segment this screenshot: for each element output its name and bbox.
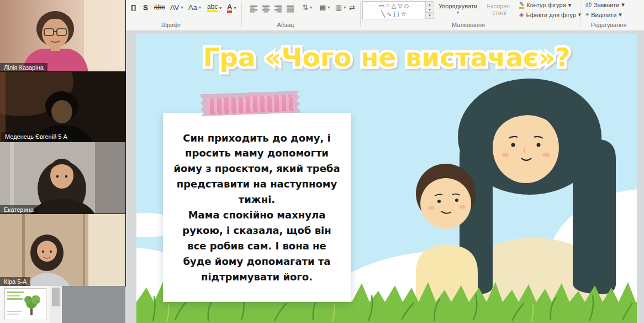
columns-button[interactable]: ▥ ▾ bbox=[335, 3, 346, 12]
presentation-workarea: Гра «Чого не вистачає»? Син приходить до… bbox=[125, 30, 644, 323]
participant-video-yevhenii bbox=[0, 72, 125, 142]
screen: П S abc AV ▾ Aa ▾ abc ▾ A ▾ Шрифт bbox=[0, 0, 644, 323]
align-left-icon bbox=[250, 5, 258, 13]
strikethrough-icon: abc bbox=[154, 3, 165, 11]
align-center-icon bbox=[262, 5, 271, 13]
participant-tile-yevhenii[interactable]: Меденець Євгеній 5 А bbox=[0, 72, 125, 142]
thumbnail-scrollbar-thumb[interactable] bbox=[52, 288, 60, 306]
shapes-row-1: ▭ ○ △ ▽ ◇ bbox=[363, 2, 425, 10]
participant-name: Кіра 5-A bbox=[0, 277, 30, 286]
chevron-down-icon: ▾ bbox=[234, 6, 236, 11]
text-direction-button[interactable]: ⇄ bbox=[349, 3, 355, 12]
shape-effects-label: Ефекти для фігур bbox=[526, 12, 576, 18]
text-shadow-button[interactable]: S bbox=[143, 3, 148, 12]
participant-name: Меденець Євгеній 5 А bbox=[1, 132, 71, 141]
replace-icon: ab bbox=[585, 2, 592, 8]
chevron-down-icon: ▾ bbox=[457, 9, 459, 16]
slide-thumbnail-preview bbox=[5, 289, 46, 320]
replace-button[interactable]: ab Замінити ▾ bbox=[585, 1, 625, 8]
shape-effects-icon: ◈ bbox=[519, 11, 524, 18]
align-center-button[interactable] bbox=[262, 5, 271, 13]
columns-icon: ▥ bbox=[335, 3, 342, 12]
participant-video-liliia bbox=[0, 0, 125, 72]
shape-effects-button[interactable]: ◈ Ефекти для фігур ▾ bbox=[519, 11, 582, 18]
change-case-button[interactable]: Aa ▾ bbox=[188, 3, 201, 12]
underline-button[interactable]: П bbox=[131, 3, 136, 12]
zoom-video-strip: Лілія Казаріна Меденець Євгеній 5 А bbox=[0, 0, 125, 286]
participant-tile-kira[interactable]: Кіра 5-A bbox=[0, 214, 125, 286]
quick-styles-label-line1: Експрес- bbox=[487, 3, 511, 9]
slide-thumbnail-panel bbox=[0, 286, 125, 323]
chevron-down-icon: ▾ bbox=[328, 5, 330, 10]
ribbon-group-paragraph-label: Абзац bbox=[263, 22, 308, 28]
story-card[interactable]: Син приходить до дому, і просить маму до… bbox=[163, 113, 351, 302]
shape-outline-label: Контур фігури bbox=[526, 2, 566, 8]
character-spacing-button[interactable]: AV ▾ bbox=[170, 3, 183, 12]
select-icon: ⌖ bbox=[585, 11, 589, 18]
ribbon-group-drawing-label: Малювання bbox=[441, 22, 496, 28]
arrange-button[interactable]: Упорядкувати ▾ bbox=[435, 3, 481, 16]
align-justify-icon bbox=[286, 5, 295, 13]
chevron-down-icon: ▾ bbox=[310, 5, 312, 10]
shapes-gallery[interactable]: ▭ ○ △ ▽ ◇ ╲ ∿ { } ☆ bbox=[362, 1, 425, 19]
align-left-button[interactable] bbox=[250, 5, 258, 13]
shapes-gallery-more-button[interactable]: ▾ bbox=[425, 12, 434, 19]
text-shadow-icon: S bbox=[143, 3, 148, 12]
character-spacing-icon: AV bbox=[170, 3, 179, 12]
participant-tile-liliia[interactable]: Лілія Казаріна bbox=[0, 0, 125, 72]
up-arrow-icon: ▴ bbox=[429, 2, 431, 6]
slide-canvas[interactable]: Гра «Чого не вистачає»? Син приходить до… bbox=[136, 34, 637, 323]
participant-video-ekaterina bbox=[0, 142, 125, 214]
change-case-icon: Aa bbox=[188, 3, 197, 12]
quick-styles-label-line2: стилі bbox=[492, 9, 506, 16]
slide-thumbnail[interactable] bbox=[4, 288, 46, 320]
chevron-down-icon: ▾ bbox=[621, 1, 625, 8]
replace-label: Замінити bbox=[594, 2, 619, 8]
text-direction-icon: ⇄ bbox=[349, 3, 355, 12]
thumbnail-scrollbar[interactable] bbox=[50, 286, 62, 323]
group-separator bbox=[360, 2, 361, 27]
chevron-down-icon: ▾ bbox=[619, 11, 622, 18]
chevron-down-icon: ▾ bbox=[568, 2, 572, 9]
line-spacing-icon: ⇅ bbox=[302, 3, 308, 12]
line-spacing-button[interactable]: ⇅ ▾ bbox=[302, 3, 312, 12]
shapes-row-2: ╲ ∿ { } ☆ bbox=[363, 10, 425, 18]
chevron-down-icon: ▾ bbox=[181, 5, 183, 10]
down-arrow-icon: ▾ bbox=[429, 8, 431, 12]
select-button[interactable]: ⌖ Виділити ▾ bbox=[585, 11, 622, 18]
shape-outline-button[interactable]: ✎ Контур фігури ▾ bbox=[519, 1, 571, 9]
story-paragraph-2: Мама спокійно махнула рукою, і сказала, … bbox=[172, 207, 342, 284]
pen-icon: ✎ bbox=[519, 1, 524, 9]
select-label: Виділити bbox=[591, 12, 616, 18]
participant-name: Лілія Казаріна bbox=[0, 63, 47, 72]
slide-title: Гра «Чого не вистачає»? bbox=[203, 42, 570, 72]
align-right-icon bbox=[274, 5, 283, 13]
font-color-icon: A bbox=[227, 3, 232, 13]
shading-button[interactable]: ▤ ▾ bbox=[319, 3, 330, 12]
ribbon-group-font-label: Шрифт bbox=[149, 22, 193, 28]
arrange-label: Упорядкувати bbox=[439, 3, 477, 9]
participant-tile-ekaterina[interactable]: Екатерина bbox=[0, 142, 125, 214]
text-highlight-button[interactable]: abc ▾ bbox=[207, 3, 221, 12]
participant-name: Екатерина bbox=[0, 205, 38, 214]
chevron-down-icon: ▾ bbox=[219, 6, 221, 11]
chevron-down-icon: ▾ bbox=[344, 5, 346, 10]
group-separator bbox=[580, 2, 580, 27]
participant-video-kira bbox=[0, 214, 125, 286]
ribbon-group-editing-label: Редагування bbox=[581, 22, 636, 28]
align-justify-button[interactable] bbox=[286, 5, 295, 13]
more-arrow-icon: ▾ bbox=[429, 13, 431, 17]
group-separator bbox=[241, 2, 242, 27]
chevron-down-icon: ▾ bbox=[199, 5, 201, 10]
font-color-button[interactable]: A ▾ bbox=[227, 3, 236, 13]
story-paragraph-1: Син приходить до дому, і просить маму до… bbox=[172, 131, 342, 207]
quick-styles-button[interactable]: Експрес- стилі bbox=[483, 3, 516, 16]
strikethrough-button[interactable]: abc bbox=[154, 3, 165, 11]
align-right-button[interactable] bbox=[274, 5, 283, 13]
underline-icon: П bbox=[131, 3, 136, 12]
shading-icon: ▤ bbox=[319, 3, 326, 12]
text-highlight-icon: abc bbox=[207, 3, 218, 12]
